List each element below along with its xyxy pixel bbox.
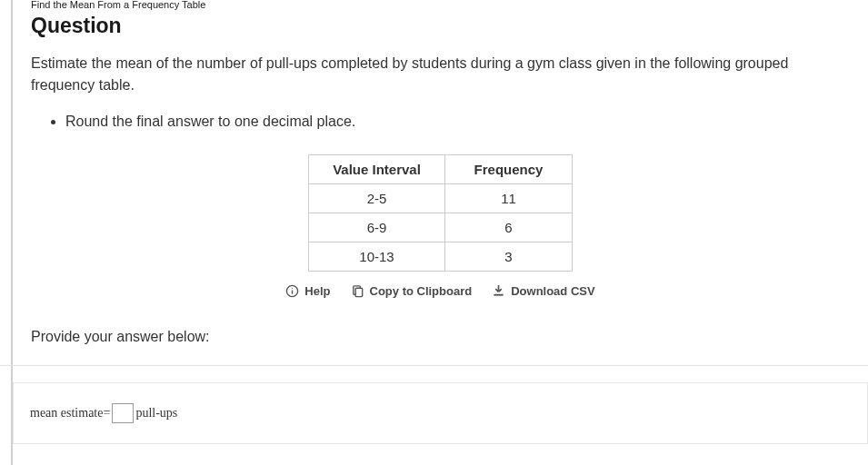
col-header-interval: Value Interval	[309, 155, 445, 184]
download-button[interactable]: Download CSV	[492, 284, 594, 298]
answer-area: mean estimate= pull-ups	[0, 365, 868, 444]
table-row: 10-13 3	[309, 242, 573, 272]
instruction-item: Round the final answer to one decimal pl…	[65, 111, 850, 133]
cell-frequency: 3	[445, 242, 573, 272]
cell-interval: 6-9	[309, 213, 445, 242]
cell-frequency: 11	[445, 184, 573, 213]
provide-answer-label: Provide your answer below:	[31, 329, 850, 345]
question-heading: Question	[31, 14, 850, 38]
help-label: Help	[304, 284, 330, 298]
cell-frequency: 6	[445, 213, 573, 242]
clipboard-icon	[351, 284, 364, 298]
svg-rect-5	[494, 294, 504, 296]
question-prompt: Estimate the mean of the number of pull-…	[31, 53, 850, 96]
info-icon	[285, 284, 299, 298]
download-label: Download CSV	[511, 284, 594, 298]
answer-label-before: mean estimate=	[30, 406, 110, 420]
svg-rect-4	[355, 288, 363, 296]
cell-interval: 10-13	[309, 242, 445, 272]
svg-point-2	[292, 288, 293, 289]
copy-label: Copy to Clipboard	[370, 284, 473, 298]
copy-button[interactable]: Copy to Clipboard	[351, 284, 473, 298]
table-header-row: Value Interval Frequency	[309, 155, 573, 184]
table-actions: Help Copy to Clipboard Download CSV	[31, 284, 850, 298]
mean-estimate-input[interactable]	[112, 403, 134, 423]
col-header-frequency: Frequency	[445, 155, 573, 184]
table-row: 6-9 6	[309, 213, 573, 242]
frequency-table: Value Interval Frequency 2-5 11 6-9 6 10…	[308, 154, 573, 272]
help-button[interactable]: Help	[285, 284, 330, 298]
answer-box: mean estimate= pull-ups	[13, 382, 868, 444]
instruction-list: Round the final answer to one decimal pl…	[31, 111, 850, 133]
table-row: 2-5 11	[309, 184, 573, 213]
breadcrumb-pretitle: Find the Mean From a Frequency Table	[31, 0, 850, 10]
download-icon	[492, 284, 505, 298]
cell-interval: 2-5	[309, 184, 445, 213]
answer-unit: pull-ups	[135, 406, 177, 420]
